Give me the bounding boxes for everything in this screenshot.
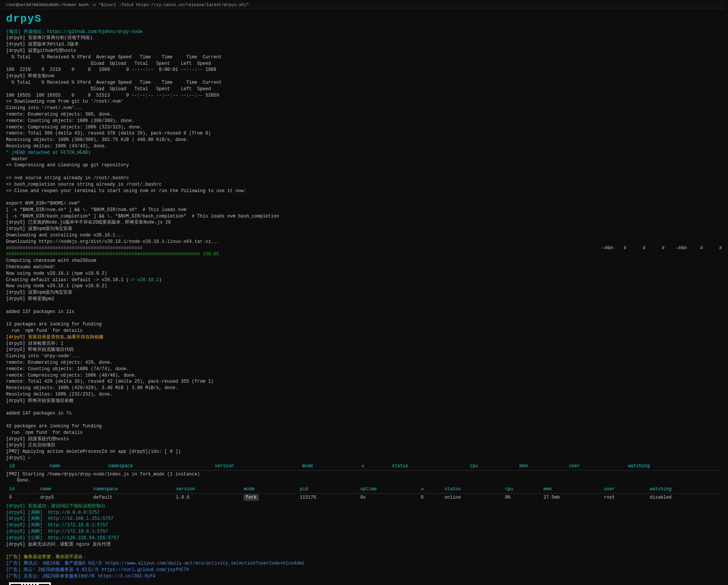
- dl-row2: 100 16555 100 16555 0 0 51513 0 --:--:--…: [6, 92, 722, 99]
- export-nvm: export NVM_DIR="$HOME/.nvm": [6, 200, 722, 207]
- col2-mode: mode: [241, 485, 297, 493]
- col2-pid: pid: [297, 485, 358, 493]
- cell-namespace: default: [90, 493, 173, 501]
- progress-pct: -#0#- # # # -#0#- # #: [602, 245, 722, 252]
- npm-source2: [drpyS] 设置npm源为淘宝安装: [6, 289, 722, 296]
- nvm-sh: [ -s "$NVM_DIR/nvm.sh" ] && \. "$NVM_DIR…: [6, 207, 722, 213]
- col-watching: watching: [625, 462, 722, 470]
- nginx-hint: [drpyS] 如果无法访问，请配置 nginx 反向代理: [6, 541, 722, 548]
- nvm-bash: [ -s "$NVM_DIR/bash_completion" ] && \. …: [6, 213, 722, 220]
- cell-id: 0: [6, 493, 37, 501]
- cell-status: online: [441, 493, 502, 501]
- cell-mem: 27.5mb: [540, 493, 601, 501]
- now-using-node2: Now using node v20.18.1 (npm v10.8.2): [6, 283, 722, 289]
- url-0000: [drpyS] [局网] http://0.0.0.0:5757: [6, 510, 722, 516]
- blank6: [6, 417, 722, 423]
- col-mem: mem: [516, 462, 566, 470]
- total2: remote: Total 429 (delta 35), reused 42 …: [6, 379, 722, 385]
- clone-start: [drpyS] 即将开始克隆项目代码: [6, 347, 722, 353]
- dl-header3: % Total % Received % Xferd Average Speed…: [6, 80, 722, 86]
- creating-alias: Creating default alias: default -> v20.1…: [6, 277, 722, 283]
- blank3: [6, 302, 722, 309]
- blank7: [6, 547, 722, 554]
- cell-restarts: 0: [418, 493, 442, 501]
- head-detached: * (HEAD detached at FETCH_HEAD): [6, 150, 722, 156]
- col2-cpu: cpu: [502, 485, 540, 493]
- npm-source: [drpyS] 设置npm源为淘宝安装: [6, 226, 722, 232]
- url-local2: [drpyS] [局网] http://172.18.0.1:5757: [6, 522, 722, 529]
- terminal-window: root@ser6070836810806:/home# bash -c "$(…: [0, 0, 728, 585]
- compress-git: => Compressing and cleaning up git repos…: [6, 162, 722, 169]
- checksum: Computing checksum with sha256sum: [6, 258, 722, 264]
- qr-code-image: [9, 582, 51, 585]
- progress-bar: ########################################…: [6, 251, 722, 258]
- nvm-dl: => Downloading nvm from git to '/root/.n…: [6, 99, 722, 105]
- rollback-proxy: [drpyS] 回滚系统代理hosts: [6, 436, 722, 443]
- install-line3: [drpyS] 设置github代理hosts: [6, 48, 722, 54]
- col2-mem: mem: [540, 485, 601, 493]
- col2-id: id: [6, 485, 37, 493]
- clone-drpy: Cloning into 'drpy-node'...: [6, 353, 722, 360]
- col-name: name: [46, 462, 105, 470]
- success-msg: [drpyS] 安装成功，请访问以下地址远程控制台: [6, 503, 722, 510]
- node-install-msg: [drpyS] 已安装的Node.js版本中不存在20或更高版本，即将安装Nod…: [6, 219, 722, 226]
- ad-aliyun: [广告] 腾讯云: 4核16核，量产老版0.9元/月 https://www.a…: [6, 560, 722, 567]
- pm2-done: Done.: [6, 477, 722, 484]
- url-local3: [drpyS] [局网] http://172.19.0.1:5757: [6, 529, 722, 535]
- mode-badge: fork: [244, 494, 259, 501]
- dl-node: Downloading and installing node v20.18.1…: [6, 232, 722, 239]
- start-project: [drpyS] 正在启动项目: [6, 442, 722, 449]
- count2: remote: Counting objects: 100% (74/74), …: [6, 366, 722, 372]
- total-obj: remote: Total 380 (delta 43), reused 378…: [6, 130, 722, 137]
- ad-jd: [广告] 京东云: 2核2G际拿拿服务10伏/年 https://3.cn/20…: [6, 573, 722, 580]
- col-namespace: namespace: [105, 462, 212, 470]
- bash-completion: => bash_completion source string already…: [6, 181, 722, 188]
- install-line1: [drpyS] 安装将计算再分析(但项于同组): [6, 35, 722, 41]
- dl-node-url: Downloading https://nodejs.org/dist/v20.…: [6, 239, 722, 245]
- recv-obj: Receiving objects: 100% (380/380), 382.7…: [6, 137, 722, 143]
- nvm-line: [drpyS] 即将安装nvm: [6, 73, 722, 80]
- cell-version: 1.0.6: [173, 493, 241, 501]
- col2-restarts: ↺: [418, 485, 442, 493]
- ad-yunyun: [广告] 雨云: 2核2G的值服务器 0.92元/月 https://curl.…: [6, 567, 722, 573]
- npm-fund1: run `npm fund` for details: [6, 328, 722, 334]
- col2-watching: watching: [647, 485, 722, 493]
- project-line: [项目] 开源地址: https://github.com/hjdhnx/drp…: [6, 29, 722, 35]
- col-status: status: [389, 462, 467, 470]
- url-public: [drpyS] [公网] http://120.228.54.156:5757: [6, 535, 722, 541]
- close-reopen: => Close and reopen your terminal to sta…: [6, 188, 722, 194]
- added-pkg2: added 147 packages in 7s: [6, 410, 722, 417]
- col2-namespace: namespace: [90, 485, 173, 493]
- cell-user: root: [601, 493, 647, 501]
- qr-area: [6, 579, 722, 585]
- nvm-source: => nvm source string already in /root/.b…: [6, 175, 722, 181]
- install-line2: [drpyS] 设置版本为http1.3版本: [6, 41, 722, 48]
- npm-fund2: run `npm fund` for details: [6, 430, 722, 436]
- blank5: [6, 404, 722, 411]
- pm2-table-empty: id name namespace version mode ↺ status …: [6, 462, 722, 471]
- resolve-delta: Resolving deltas: 100% (43/43), done.: [6, 143, 722, 150]
- now-using-node: Now using node v20.18.1 (npm v10.8.2): [6, 271, 722, 277]
- funding1: 13 packages are looking for funding: [6, 321, 722, 328]
- progress-right: ########################################…: [6, 245, 722, 252]
- resolve2: Resolving deltas: 100% (232/232), done.: [6, 391, 722, 398]
- added-pkg1: added 137 packages in 11s: [6, 309, 722, 315]
- drpys-check: [drpyS] ✓: [6, 455, 722, 461]
- table-row: 0 drpyS default 1.0.6 fork 115176 0s 0 o…: [6, 493, 722, 501]
- logo-area: drpyS: [3, 9, 725, 27]
- dl-header4: Dload Upload Total Spent Left Speed: [6, 86, 722, 92]
- qr-svg: [9, 582, 51, 585]
- pm2-starting: [PM2] Starting /home/drpys/drpy-node/ind…: [6, 471, 722, 478]
- funding2: 42 packages are looking for funding: [6, 423, 722, 430]
- cell-cpu: 0%: [502, 493, 540, 501]
- master-branch: master: [6, 156, 722, 163]
- blank1: [6, 169, 722, 175]
- install-deps: [drpyS] 即将开始安装项目依赖: [6, 398, 722, 404]
- compress2: remote: Compressing objects: 100% (48/48…: [6, 372, 722, 379]
- col-cpu: cpu: [467, 462, 516, 470]
- dl-header2: Dload Upload Total Spent Left Speed: [6, 61, 722, 67]
- col-mode: mode: [299, 462, 358, 470]
- clone-into: Cloning into '/root/.nvm'...: [6, 105, 722, 111]
- ad-header: [广告] 服务器这里便，看你适不适合：: [6, 554, 722, 560]
- count-obj: remote: Counting objects: 100% (380/380)…: [6, 118, 722, 124]
